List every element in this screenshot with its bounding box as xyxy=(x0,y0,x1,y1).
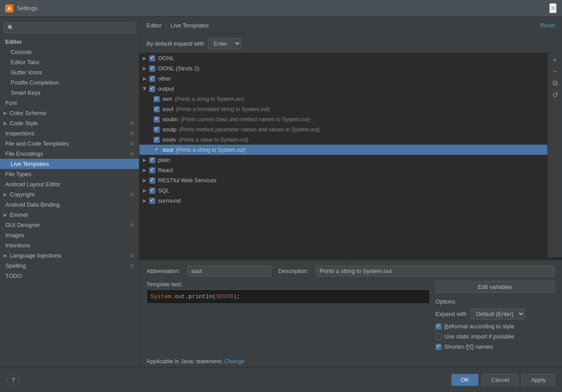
sidebar-item-code-style[interactable]: ▶ Code Style ⧉ xyxy=(0,118,139,128)
group-ognl-struts2[interactable]: ▶ OGNL (Struts 2) xyxy=(139,63,547,73)
copy-icon-file-encodings: ⧉ xyxy=(130,151,134,157)
sidebar-item-file-code-templates[interactable]: File and Code Templates ⧉ xyxy=(0,138,139,149)
group-sql[interactable]: ▶ SQL xyxy=(139,185,547,196)
sidebar-item-editor-tabs[interactable]: Editor Tabs xyxy=(0,57,139,67)
item-name-souf: souf xyxy=(162,106,173,112)
copy-icon-language-injections: ⧉ xyxy=(130,253,134,258)
reset-button[interactable]: Reset xyxy=(540,22,555,29)
expand-select[interactable]: Enter Tab Space xyxy=(208,38,241,49)
sidebar-item-smart-keys[interactable]: Smart Keys xyxy=(0,88,139,98)
checkbox-plain[interactable] xyxy=(149,157,155,163)
template-item-soutv[interactable]: soutv (Prints a value to System.out) xyxy=(139,135,547,145)
checkbox-shorten-fq[interactable]: Shorten FQ names xyxy=(435,343,555,350)
sidebar-item-color-scheme[interactable]: ▶ Color Scheme xyxy=(0,108,139,118)
reset-template-button[interactable]: ↺ xyxy=(550,89,560,100)
applicable-change-link[interactable]: Change xyxy=(224,358,245,365)
ok-button[interactable]: OK xyxy=(451,374,478,386)
template-item-sout[interactable]: sout (Prints a string to System.out) xyxy=(139,145,547,155)
group-ognl[interactable]: ▶ OGNL xyxy=(139,53,547,63)
abbreviation-input[interactable] xyxy=(187,265,271,277)
breadcrumb: Editor › Live Templates xyxy=(146,22,540,29)
group-arrow-ognl-struts2: ▶ xyxy=(143,66,146,71)
checkbox-output[interactable] xyxy=(149,86,155,92)
sidebar-item-copyright[interactable]: ▶ Copyright ⧉ xyxy=(0,189,139,200)
group-other[interactable]: ▶ other xyxy=(139,73,547,84)
breadcrumb-parent: Editor xyxy=(146,22,162,29)
content-area: Editor › Live Templates Reset By default… xyxy=(139,17,562,367)
checkbox-icon-shorten-fq[interactable] xyxy=(435,344,442,350)
search-input[interactable] xyxy=(17,24,131,31)
checkbox-icon-static-import[interactable] xyxy=(435,334,442,340)
checkbox-static-import[interactable]: Use static import if possible xyxy=(435,333,555,340)
sidebar-item-live-templates[interactable]: Live Templates xyxy=(0,159,139,169)
checkbox-other[interactable] xyxy=(149,76,155,82)
group-arrow-react: ▶ xyxy=(143,168,146,173)
sidebar-item-language-injections[interactable]: ▶ Language Injections ⧉ xyxy=(0,250,139,261)
apply-button[interactable]: Apply xyxy=(522,374,555,386)
search-box[interactable]: 🔍 xyxy=(4,22,135,33)
copy-template-button[interactable]: ⧉ xyxy=(550,78,560,88)
checkbox-serr[interactable] xyxy=(154,96,160,102)
copy-icon-copyright: ⧉ xyxy=(130,192,134,197)
sidebar-item-todo[interactable]: TODO xyxy=(0,271,139,281)
checkbox-reformat-label: Reformat according to style xyxy=(444,323,514,330)
cancel-button[interactable]: Cancel xyxy=(482,374,518,386)
template-item-soutm[interactable]: soutm (Prints current class and method n… xyxy=(139,114,547,124)
sidebar-section-editor: Editor xyxy=(0,37,139,47)
bottom-bar: ? OK Cancel Apply xyxy=(0,367,562,392)
group-label-ognl: OGNL xyxy=(158,55,174,61)
checkbox-soutv[interactable] xyxy=(154,137,160,143)
group-label-plain: plain xyxy=(158,157,170,163)
template-item-serr[interactable]: serr (Prints a string to System.err) xyxy=(139,94,547,104)
sidebar-item-file-encodings[interactable]: File Encodings ⧉ xyxy=(0,149,139,159)
template-text-editor[interactable]: System.out.println($END$); xyxy=(146,289,430,304)
checkbox-surround[interactable] xyxy=(149,198,155,204)
group-output[interactable]: ▶ output xyxy=(139,84,547,94)
add-template-button[interactable]: + xyxy=(550,55,560,65)
sidebar-item-spelling[interactable]: Spelling ⧉ xyxy=(0,261,139,271)
template-item-soutp[interactable]: soutp (Prints method parameter names and… xyxy=(139,124,547,135)
close-button[interactable]: ✕ xyxy=(549,3,557,13)
sidebar-item-gui-designer[interactable]: GUI Designer ⧉ xyxy=(0,220,139,230)
sidebar-item-font[interactable]: Font xyxy=(0,98,139,108)
group-restful[interactable]: ▶ RESTful Web Services xyxy=(139,175,547,185)
sidebar-item-console[interactable]: Console xyxy=(0,47,139,57)
checkbox-reformat[interactable]: Reformat according to style xyxy=(435,323,555,330)
sidebar-item-gutter-icons[interactable]: Gutter Icons xyxy=(0,67,139,77)
sidebar-item-file-types[interactable]: File Types xyxy=(0,169,139,179)
checkbox-sql[interactable] xyxy=(149,188,155,194)
window-title: Settings xyxy=(17,5,38,12)
group-react[interactable]: ▶ React xyxy=(139,165,547,175)
group-surround[interactable]: ▶ surround xyxy=(139,196,547,206)
sidebar-item-emmet[interactable]: ▶ Emmet xyxy=(0,210,139,220)
edit-variables-button[interactable]: Edit variables xyxy=(435,281,555,293)
sidebar-item-images[interactable]: Images xyxy=(0,230,139,240)
remove-template-button[interactable]: − xyxy=(550,66,560,77)
template-list-container: ▶ OGNL ▶ OGNL (Struts 2) ▶ other xyxy=(139,53,562,257)
sidebar-item-intentions[interactable]: Intentions xyxy=(0,240,139,250)
description-input[interactable] xyxy=(316,265,555,277)
help-button[interactable]: ? xyxy=(7,374,19,386)
sidebar-item-android-layout-editor[interactable]: Android Layout Editor xyxy=(0,179,139,189)
checkbox-restful[interactable] xyxy=(149,177,155,184)
checkbox-icon-reformat[interactable] xyxy=(435,323,442,330)
checkbox-ognl-struts2[interactable] xyxy=(149,65,155,72)
checkbox-soutm[interactable] xyxy=(154,116,160,123)
sidebar-item-android-data-binding[interactable]: Android Data Binding xyxy=(0,200,139,210)
details-area: Abbreviation: Description: Template text… xyxy=(139,260,562,355)
group-arrow-sql: ▶ xyxy=(143,188,146,193)
checkbox-sout[interactable] xyxy=(154,147,160,153)
expand-with-row: Expand with Default (Enter) Enter Tab Sp… xyxy=(435,308,555,319)
applicable-row: Applicable in Java: statement. Change xyxy=(139,355,562,367)
item-name-soutv: soutv xyxy=(162,136,176,143)
sidebar-item-postfix-completion[interactable]: Postfix Completion xyxy=(0,77,139,88)
expand-arrow-code-style: ▶ xyxy=(4,121,7,126)
checkbox-souf[interactable] xyxy=(154,106,160,112)
template-item-souf[interactable]: souf (Prints a formatted string to Syste… xyxy=(139,104,547,114)
checkbox-soutp[interactable] xyxy=(154,127,160,133)
checkbox-ognl[interactable] xyxy=(149,55,155,61)
expand-with-select[interactable]: Default (Enter) Enter Tab Space xyxy=(470,308,525,319)
group-plain[interactable]: ▶ plain xyxy=(139,155,547,165)
checkbox-react[interactable] xyxy=(149,167,155,173)
sidebar-item-inspections[interactable]: Inspections ⧉ xyxy=(0,128,139,138)
